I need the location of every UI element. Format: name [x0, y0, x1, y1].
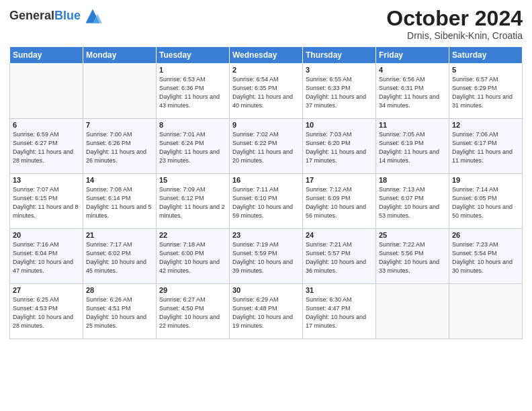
- logo-general-text: General: [9, 9, 54, 22]
- cell-info: Sunrise: 6:30 AM Sunset: 4:47 PM Dayligh…: [306, 295, 373, 330]
- cell-info: Sunrise: 6:56 AM Sunset: 6:31 PM Dayligh…: [379, 75, 446, 110]
- header-row: Sunday Monday Tuesday Wednesday Thursday…: [10, 47, 523, 64]
- day-number: 25: [379, 231, 446, 239]
- cell-info: Sunrise: 6:57 AM Sunset: 6:29 PM Dayligh…: [452, 75, 519, 110]
- calendar-cell: 26Sunrise: 7:23 AM Sunset: 5:54 PM Dayli…: [449, 229, 523, 284]
- day-number: 24: [306, 231, 373, 239]
- calendar-cell: 16Sunrise: 7:11 AM Sunset: 6:10 PM Dayli…: [230, 174, 303, 229]
- cell-info: Sunrise: 7:05 AM Sunset: 6:19 PM Dayligh…: [379, 130, 446, 165]
- cell-info: Sunrise: 7:01 AM Sunset: 6:24 PM Dayligh…: [159, 130, 226, 165]
- cell-info: Sunrise: 6:29 AM Sunset: 4:48 PM Dayligh…: [232, 295, 300, 330]
- calendar-cell: 29Sunrise: 6:27 AM Sunset: 4:50 PM Dayli…: [157, 284, 230, 339]
- col-wednesday: Wednesday: [230, 47, 303, 64]
- day-number: 16: [232, 176, 300, 184]
- calendar-cell: 9Sunrise: 7:02 AM Sunset: 6:22 PM Daylig…: [230, 119, 303, 174]
- day-number: 8: [159, 121, 226, 129]
- calendar-cell: 1Sunrise: 6:53 AM Sunset: 6:36 PM Daylig…: [157, 64, 230, 119]
- cell-info: Sunrise: 7:14 AM Sunset: 6:05 PM Dayligh…: [452, 185, 519, 220]
- day-number: 22: [159, 231, 226, 239]
- day-number: 7: [86, 121, 153, 129]
- cell-info: Sunrise: 7:16 AM Sunset: 6:04 PM Dayligh…: [13, 240, 80, 275]
- day-number: 11: [379, 121, 446, 129]
- day-number: 28: [86, 286, 153, 294]
- calendar-cell: 24Sunrise: 7:21 AM Sunset: 5:57 PM Dayli…: [303, 229, 376, 284]
- month-title: October 2024: [386, 7, 523, 30]
- calendar-cell: 22Sunrise: 7:18 AM Sunset: 6:00 PM Dayli…: [157, 229, 230, 284]
- col-monday: Monday: [83, 47, 157, 64]
- cell-info: Sunrise: 6:27 AM Sunset: 4:50 PM Dayligh…: [159, 295, 226, 330]
- cell-info: Sunrise: 6:53 AM Sunset: 6:36 PM Dayligh…: [159, 75, 226, 110]
- calendar-cell: [449, 284, 523, 339]
- col-saturday: Saturday: [449, 47, 523, 64]
- day-number: 23: [232, 231, 300, 239]
- day-number: 17: [306, 176, 373, 184]
- calendar-cell: 17Sunrise: 7:12 AM Sunset: 6:09 PM Dayli…: [303, 174, 376, 229]
- logo-blue-text: Blue: [54, 9, 81, 22]
- cell-info: Sunrise: 6:55 AM Sunset: 6:33 PM Dayligh…: [306, 75, 373, 110]
- day-number: 29: [159, 286, 226, 294]
- cell-info: Sunrise: 7:12 AM Sunset: 6:09 PM Dayligh…: [306, 185, 373, 220]
- cell-info: Sunrise: 7:22 AM Sunset: 5:56 PM Dayligh…: [379, 240, 446, 275]
- calendar-header: Sunday Monday Tuesday Wednesday Thursday…: [10, 47, 523, 64]
- calendar-cell: 15Sunrise: 7:09 AM Sunset: 6:12 PM Dayli…: [157, 174, 230, 229]
- calendar-cell: 4Sunrise: 6:56 AM Sunset: 6:31 PM Daylig…: [376, 64, 449, 119]
- day-number: 6: [13, 121, 80, 129]
- logo-icon: [83, 7, 102, 26]
- calendar-cell: 7Sunrise: 7:00 AM Sunset: 6:26 PM Daylig…: [83, 119, 157, 174]
- calendar-cell: 18Sunrise: 7:13 AM Sunset: 6:07 PM Dayli…: [376, 174, 449, 229]
- calendar-cell: 10Sunrise: 7:03 AM Sunset: 6:20 PM Dayli…: [303, 119, 376, 174]
- week-row-3: 13Sunrise: 7:07 AM Sunset: 6:15 PM Dayli…: [10, 174, 523, 229]
- cell-info: Sunrise: 7:09 AM Sunset: 6:12 PM Dayligh…: [159, 185, 226, 220]
- calendar-cell: [10, 64, 83, 119]
- logo: GeneralBlue: [9, 7, 102, 26]
- calendar-cell: [83, 64, 157, 119]
- cell-info: Sunrise: 7:19 AM Sunset: 5:59 PM Dayligh…: [232, 240, 300, 275]
- calendar-cell: 14Sunrise: 7:08 AM Sunset: 6:14 PM Dayli…: [83, 174, 157, 229]
- calendar-table: Sunday Monday Tuesday Wednesday Thursday…: [9, 46, 523, 339]
- cell-info: Sunrise: 7:03 AM Sunset: 6:20 PM Dayligh…: [306, 130, 373, 165]
- col-tuesday: Tuesday: [157, 47, 230, 64]
- calendar-cell: [376, 284, 449, 339]
- col-sunday: Sunday: [10, 47, 83, 64]
- cell-info: Sunrise: 7:13 AM Sunset: 6:07 PM Dayligh…: [379, 185, 446, 220]
- calendar-cell: 19Sunrise: 7:14 AM Sunset: 6:05 PM Dayli…: [449, 174, 523, 229]
- day-number: 30: [232, 286, 300, 294]
- day-number: 27: [13, 286, 80, 294]
- calendar-cell: 20Sunrise: 7:16 AM Sunset: 6:04 PM Dayli…: [10, 229, 83, 284]
- week-row-5: 27Sunrise: 6:25 AM Sunset: 4:53 PM Dayli…: [10, 284, 523, 339]
- cell-info: Sunrise: 6:26 AM Sunset: 4:51 PM Dayligh…: [86, 295, 153, 330]
- cell-info: Sunrise: 7:18 AM Sunset: 6:00 PM Dayligh…: [159, 240, 226, 275]
- cell-info: Sunrise: 6:59 AM Sunset: 6:27 PM Dayligh…: [13, 130, 80, 165]
- day-number: 26: [452, 231, 519, 239]
- day-number: 12: [452, 121, 519, 129]
- calendar-cell: 8Sunrise: 7:01 AM Sunset: 6:24 PM Daylig…: [157, 119, 230, 174]
- day-number: 18: [379, 176, 446, 184]
- calendar-cell: 27Sunrise: 6:25 AM Sunset: 4:53 PM Dayli…: [10, 284, 83, 339]
- calendar-cell: 28Sunrise: 6:26 AM Sunset: 4:51 PM Dayli…: [83, 284, 157, 339]
- cell-info: Sunrise: 7:06 AM Sunset: 6:17 PM Dayligh…: [452, 130, 519, 165]
- col-friday: Friday: [376, 47, 449, 64]
- day-number: 4: [379, 66, 446, 74]
- day-number: 3: [306, 66, 373, 74]
- day-number: 14: [86, 176, 153, 184]
- calendar-body: 1Sunrise: 6:53 AM Sunset: 6:36 PM Daylig…: [10, 64, 523, 339]
- calendar-cell: 25Sunrise: 7:22 AM Sunset: 5:56 PM Dayli…: [376, 229, 449, 284]
- cell-info: Sunrise: 6:54 AM Sunset: 6:35 PM Dayligh…: [232, 75, 300, 110]
- cell-info: Sunrise: 7:02 AM Sunset: 6:22 PM Dayligh…: [232, 130, 300, 165]
- day-number: 31: [306, 286, 373, 294]
- week-row-1: 1Sunrise: 6:53 AM Sunset: 6:36 PM Daylig…: [10, 64, 523, 119]
- location: Drnis, Sibenik-Knin, Croatia: [386, 30, 523, 41]
- calendar-cell: 12Sunrise: 7:06 AM Sunset: 6:17 PM Dayli…: [449, 119, 523, 174]
- calendar-cell: 31Sunrise: 6:30 AM Sunset: 4:47 PM Dayli…: [303, 284, 376, 339]
- col-thursday: Thursday: [303, 47, 376, 64]
- calendar-cell: 6Sunrise: 6:59 AM Sunset: 6:27 PM Daylig…: [10, 119, 83, 174]
- cell-info: Sunrise: 7:07 AM Sunset: 6:15 PM Dayligh…: [13, 185, 80, 220]
- calendar-cell: 30Sunrise: 6:29 AM Sunset: 4:48 PM Dayli…: [230, 284, 303, 339]
- day-number: 21: [86, 231, 153, 239]
- day-number: 13: [13, 176, 80, 184]
- day-number: 1: [159, 66, 226, 74]
- page-container: GeneralBlue October 2024 Drnis, Sibenik-…: [0, 0, 532, 346]
- cell-info: Sunrise: 7:00 AM Sunset: 6:26 PM Dayligh…: [86, 130, 153, 165]
- week-row-2: 6Sunrise: 6:59 AM Sunset: 6:27 PM Daylig…: [10, 119, 523, 174]
- calendar-cell: 13Sunrise: 7:07 AM Sunset: 6:15 PM Dayli…: [10, 174, 83, 229]
